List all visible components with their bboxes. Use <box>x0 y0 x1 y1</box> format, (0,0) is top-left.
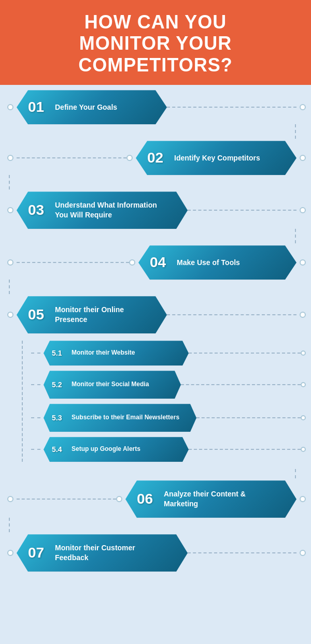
step-05-row: 05 Monitor their Online Presence <box>5 296 306 333</box>
step-07-btn[interactable]: 07 Monitor their Customer Feedback <box>17 534 188 572</box>
sub-hline-54 <box>31 449 40 450</box>
dot-01-right <box>300 104 306 110</box>
step-02-wrapper: 02 Identify Key Competitors <box>5 141 306 189</box>
vconnector-02 <box>5 175 306 189</box>
connector-07-right <box>188 552 296 553</box>
dot-07-left <box>7 550 13 556</box>
dot-52-right <box>301 382 306 387</box>
step-07-wrapper: 07 Monitor their Customer Feedback <box>5 534 306 572</box>
sub-vline <box>22 341 23 462</box>
step-03-btn[interactable]: 03 Understand What Information You Will … <box>17 192 188 229</box>
dot-05-right <box>300 312 306 318</box>
step-05-wrapper: 05 Monitor their Online Presence 5.1 Mon… <box>5 296 306 478</box>
sub-items-05: 5.1 Monitor their Website 5.2 Monitor th… <box>31 341 306 462</box>
step-01-row: 01 Define Your Goals <box>5 90 306 124</box>
dot-05-left <box>7 312 13 318</box>
step-06-wrapper: 06 Analyze their Content & Marketing <box>5 480 306 532</box>
dot-06-left <box>7 496 13 502</box>
page-title: HOW CAN YOU MONITOR YOUR COMPETITORS? <box>21 11 290 76</box>
sub-hline-54-r <box>189 449 301 450</box>
step-03-wrapper: 03 Understand What Information You Will … <box>5 192 306 243</box>
dot-04-left <box>7 259 13 266</box>
dot-04-right <box>300 259 306 266</box>
sub-51-btn[interactable]: 5.1 Monitor their Website <box>44 341 189 365</box>
dot-51-right <box>301 350 306 356</box>
sub-53-btn[interactable]: 5.3 Subscribe to their Email Newsletters <box>44 404 196 432</box>
connector-03-right <box>188 210 296 211</box>
connector-04-left <box>17 262 129 263</box>
sub-item-54-row: 5.4 Setup up Google Alerts <box>31 437 306 462</box>
dot-53-right <box>301 415 306 420</box>
sub-hline-52 <box>31 384 40 385</box>
dot-02-left <box>7 155 13 161</box>
vconnector-01 <box>5 124 306 139</box>
sub-item-51-row: 5.1 Monitor their Website <box>31 341 306 365</box>
dot-03-right <box>300 207 306 213</box>
connector-05-right <box>167 314 296 315</box>
page-header: HOW CAN YOU MONITOR YOUR COMPETITORS? <box>0 0 311 85</box>
step-05-btn[interactable]: 05 Monitor their Online Presence <box>17 296 167 333</box>
sub-52-btn[interactable]: 5.2 Monitor their Social Media <box>44 371 181 399</box>
sub-hline-51-r <box>189 353 301 354</box>
step-04-row: 04 Make Use of Tools <box>5 245 306 280</box>
vconnector-06 <box>5 518 306 532</box>
step-01-btn[interactable]: 01 Define Your Goals <box>17 90 167 124</box>
dot-03-left <box>7 207 13 213</box>
dot-06-right <box>300 496 306 502</box>
dot-07-right <box>300 550 306 556</box>
step-03-row: 03 Understand What Information You Will … <box>5 192 306 229</box>
dot-02-mid <box>126 155 133 161</box>
dot-54-right <box>301 447 306 452</box>
step-07-row: 07 Monitor their Customer Feedback <box>5 534 306 572</box>
sub-hline-51 <box>31 353 40 354</box>
sub-item-52-row: 5.2 Monitor their Social Media <box>31 371 306 399</box>
vconnector-04 <box>5 280 306 294</box>
connector-01-right <box>167 107 296 108</box>
connector-02-left <box>17 157 126 158</box>
step-04-btn[interactable]: 04 Make Use of Tools <box>138 245 296 280</box>
step-02-btn[interactable]: 02 Identify Key Competitors <box>136 141 296 175</box>
sub-hline-53-r <box>196 417 301 418</box>
step-06-btn[interactable]: 06 Analyze their Content & Marketing <box>125 480 296 518</box>
vconnector-05b <box>5 469 306 478</box>
connector-06-left <box>17 499 116 500</box>
dot-04-mid <box>129 259 135 266</box>
dot-01-left <box>7 104 13 110</box>
vconnector-03 <box>5 229 306 243</box>
steps-container: 01 Define Your Goals 02 Identify Key Com… <box>0 85 311 579</box>
step-06-row: 06 Analyze their Content & Marketing <box>5 480 306 518</box>
sub-item-53-row: 5.3 Subscribe to their Email Newsletters <box>31 404 306 432</box>
step-04-wrapper: 04 Make Use of Tools <box>5 245 306 294</box>
step-01-wrapper: 01 Define Your Goals <box>5 90 306 139</box>
dot-02-right <box>300 155 306 161</box>
sub-54-btn[interactable]: 5.4 Setup up Google Alerts <box>44 437 189 462</box>
dot-06-mid <box>116 496 122 502</box>
sub-hline-53 <box>31 417 40 418</box>
sub-hline-52-r <box>181 384 301 385</box>
step-02-row: 02 Identify Key Competitors <box>5 141 306 175</box>
